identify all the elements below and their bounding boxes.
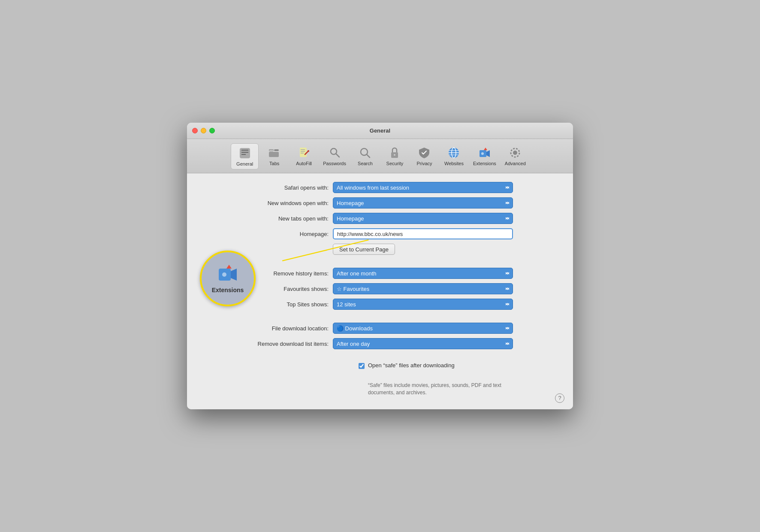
toolbar-label-general: General <box>236 161 253 166</box>
svg-rect-9 <box>301 149 305 150</box>
content-area: Extensions Safari opens with: All window… <box>187 173 573 409</box>
new-tabs-row: New tabs open with: Homepage <box>243 213 560 224</box>
set-to-current-page-button[interactable]: Set to Current Page <box>333 244 395 255</box>
toolbar-item-autofill[interactable]: AutoFill <box>290 143 318 169</box>
svg-rect-11 <box>301 153 304 154</box>
top-sites-control: 12 sites <box>333 299 513 310</box>
remove-history-select[interactable]: After one month <box>333 268 513 279</box>
toolbar-label-search: Search <box>358 161 373 166</box>
callout-annotation: Extensions <box>200 251 256 306</box>
maximize-button[interactable] <box>209 128 215 133</box>
toolbar-label-tabs: Tabs <box>269 161 279 166</box>
toolbar-item-privacy[interactable]: Privacy <box>410 143 438 169</box>
new-tabs-label: New tabs open with: <box>243 215 329 222</box>
toolbar-label-security: Security <box>386 161 404 166</box>
svg-rect-7 <box>269 150 273 152</box>
safari-opens-select[interactable]: All windows from last session <box>333 182 513 193</box>
remove-download-control: After one day <box>333 338 513 349</box>
websites-icon <box>447 146 461 160</box>
new-windows-row: New windows open with: Homepage <box>243 197 560 209</box>
new-windows-control: Homepage <box>333 197 513 209</box>
advanced-icon <box>508 146 522 160</box>
svg-point-27 <box>513 151 517 155</box>
toolbar-label-passwords: Passwords <box>323 161 346 166</box>
svg-point-13 <box>308 150 309 152</box>
top-sites-label: Top Sites shows: <box>243 301 329 308</box>
svg-point-19 <box>394 154 395 156</box>
remove-history-row: Remove history items: After one month <box>243 268 560 279</box>
svg-rect-5 <box>274 149 279 151</box>
download-location-select[interactable]: 🔵 Downloads <box>333 323 513 334</box>
open-safe-files-row: Open “safe” files after downloading <box>359 362 539 369</box>
svg-point-26 <box>481 152 484 155</box>
tabs-icon <box>268 146 281 160</box>
passwords-icon <box>328 146 341 160</box>
homepage-label: Homepage: <box>243 231 329 237</box>
svg-rect-2 <box>241 152 248 153</box>
section-gap-1 <box>243 259 560 263</box>
remove-history-control: After one month <box>333 268 513 279</box>
set-current-control: Set to Current Page <box>333 244 513 255</box>
remove-download-label: Remove download list items: <box>243 341 329 347</box>
favourites-label: Favourites shows: <box>243 286 329 292</box>
toolbar: General Tabs <box>187 139 573 173</box>
toolbar-label-advanced: Advanced <box>505 161 526 166</box>
top-sites-select[interactable]: 12 sites <box>333 299 513 310</box>
section-gap-3 <box>243 354 560 358</box>
toolbar-label-privacy: Privacy <box>416 161 432 166</box>
safari-opens-label: Safari opens with: <box>243 184 329 191</box>
open-safe-files-label: Open “safe” files after downloading <box>368 362 455 369</box>
toolbar-item-general[interactable]: General <box>231 143 259 169</box>
search-icon <box>358 146 372 160</box>
remove-download-select[interactable]: After one day <box>333 338 513 349</box>
homepage-input[interactable] <box>333 228 513 239</box>
remove-download-row: Remove download list items: After one da… <box>243 338 560 349</box>
toolbar-item-passwords[interactable]: Passwords <box>320 143 350 169</box>
safari-opens-row: Safari opens with: All windows from last… <box>243 182 560 193</box>
open-safe-files-checkbox[interactable] <box>359 363 365 369</box>
remove-history-label: Remove history items: <box>243 270 329 277</box>
help-button[interactable]: ? <box>555 393 564 403</box>
extensions-callout-icon <box>217 263 238 285</box>
close-button[interactable] <box>192 128 198 133</box>
top-sites-row: Top Sites shows: 12 sites <box>243 299 560 310</box>
privacy-icon <box>417 146 431 160</box>
callout-label: Extensions <box>212 287 244 293</box>
safari-preferences-window: General General <box>187 123 573 409</box>
homepage-control <box>333 228 513 239</box>
svg-rect-1 <box>241 150 248 151</box>
autofill-icon <box>297 146 311 160</box>
callout-circle: Extensions <box>200 251 256 306</box>
favourites-select[interactable]: ☆ Favourites <box>333 283 513 294</box>
toolbar-item-search[interactable]: Search <box>351 143 379 169</box>
window-controls <box>192 128 215 133</box>
toolbar-item-advanced[interactable]: Advanced <box>501 143 529 169</box>
toolbar-item-websites[interactable]: Websites <box>440 143 468 169</box>
download-location-label: File download location: <box>243 325 329 332</box>
favourites-control: ☆ Favourites <box>333 283 513 294</box>
svg-rect-3 <box>241 154 246 155</box>
form-rows: Safari opens with: All windows from last… <box>243 182 560 396</box>
toolbar-item-extensions[interactable]: Extensions <box>470 143 500 169</box>
homepage-row: Homepage: <box>243 228 560 239</box>
download-location-control: 🔵 Downloads <box>333 323 513 334</box>
toolbar-item-tabs[interactable]: Tabs <box>260 143 288 169</box>
svg-rect-0 <box>240 148 250 158</box>
toolbar-label-websites: Websites <box>444 161 464 166</box>
new-tabs-select[interactable]: Homepage <box>333 213 513 224</box>
toolbar-label-extensions: Extensions <box>473 161 496 166</box>
new-windows-label: New windows open with: <box>243 200 329 206</box>
section-gap-2 <box>243 314 560 318</box>
toolbar-item-security[interactable]: Security <box>381 143 409 169</box>
section-gap-4 <box>243 373 560 378</box>
safe-files-helper-text: “Safe” files include movies, pictures, s… <box>359 382 522 396</box>
minimize-button[interactable] <box>201 128 206 133</box>
new-windows-select[interactable]: Homepage <box>333 197 513 209</box>
svg-rect-6 <box>269 152 279 157</box>
svg-point-30 <box>222 272 226 277</box>
title-bar: General <box>187 123 573 139</box>
toolbar-label-autofill: AutoFill <box>296 161 312 166</box>
safari-opens-control: All windows from last session <box>333 182 513 193</box>
extensions-icon <box>478 146 492 160</box>
svg-line-17 <box>367 154 370 157</box>
